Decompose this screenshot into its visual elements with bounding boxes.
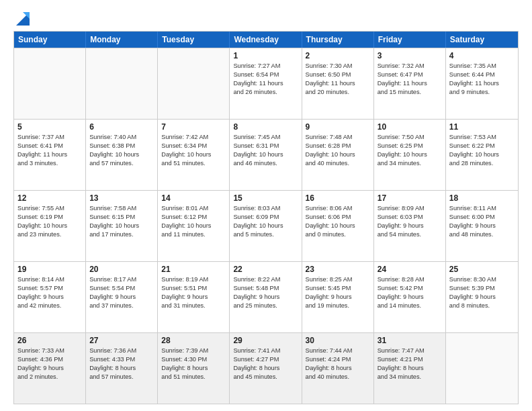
cell-line: Daylight: 8 hours	[161, 364, 226, 373]
day-number: 30	[306, 336, 370, 345]
cal-cell: 13Sunrise: 7:58 AMSunset: 6:15 PMDayligh…	[86, 191, 158, 261]
cal-cell: 5Sunrise: 7:37 AMSunset: 6:41 PMDaylight…	[14, 120, 86, 190]
cell-line: Daylight: 11 hours	[378, 79, 442, 88]
cell-line: Sunset: 4:27 PM	[233, 355, 298, 364]
cell-line: and 34 minutes.	[378, 159, 442, 168]
cell-line: and 54 minutes.	[378, 230, 442, 239]
cell-line: Daylight: 10 hours	[89, 222, 154, 230]
cal-cell: 7Sunrise: 7:42 AMSunset: 6:34 PMDaylight…	[158, 120, 230, 190]
cell-line: and 3 minutes.	[17, 159, 82, 168]
cal-cell: 25Sunrise: 8:30 AMSunset: 5:39 PMDayligh…	[446, 262, 518, 332]
day-number: 9	[306, 122, 370, 132]
cal-cell: 21Sunrise: 8:19 AMSunset: 5:51 PMDayligh…	[158, 262, 230, 332]
cell-line: Sunrise: 7:47 AM	[378, 347, 442, 355]
day-number: 2	[306, 51, 370, 60]
cell-line: Sunrise: 8:17 AM	[89, 275, 154, 284]
cell-line: Daylight: 9 hours	[378, 222, 442, 230]
cell-line: Sunset: 6:19 PM	[17, 213, 82, 222]
day-number: 6	[89, 122, 154, 132]
cell-line: Sunset: 4:33 PM	[89, 355, 154, 364]
cell-line: Daylight: 9 hours	[89, 293, 154, 302]
cal-cell: 29Sunrise: 7:41 AMSunset: 4:27 PMDayligh…	[230, 333, 302, 404]
cell-line: Sunrise: 7:58 AM	[89, 204, 154, 213]
cell-line: Sunset: 4:30 PM	[161, 355, 226, 364]
cell-line: Daylight: 11 hours	[449, 79, 515, 88]
cell-line: and 45 minutes.	[233, 373, 298, 381]
cell-line: Sunset: 6:50 PM	[306, 71, 370, 79]
header	[13, 11, 519, 24]
cal-cell: 8Sunrise: 7:45 AMSunset: 6:31 PMDaylight…	[230, 120, 302, 190]
cal-cell: 1Sunrise: 7:27 AMSunset: 6:54 PMDaylight…	[230, 48, 302, 119]
cell-line: Sunrise: 8:28 AM	[378, 275, 442, 284]
cell-line: Sunrise: 7:44 AM	[306, 347, 370, 355]
cell-line: Daylight: 11 hours	[17, 150, 82, 159]
cell-line: and 15 minutes.	[378, 88, 442, 97]
cell-line: Daylight: 10 hours	[17, 222, 82, 230]
cal-week-5: 26Sunrise: 7:33 AMSunset: 4:36 PMDayligh…	[14, 332, 518, 404]
day-number: 28	[161, 336, 226, 345]
cell-line: Sunset: 6:12 PM	[161, 213, 226, 222]
cell-line: Sunset: 6:09 PM	[233, 213, 298, 222]
cell-line: and 9 minutes.	[449, 88, 515, 97]
cell-line: and 46 minutes.	[233, 159, 298, 168]
logo	[13, 11, 31, 24]
cal-cell: 12Sunrise: 7:55 AMSunset: 6:19 PMDayligh…	[14, 191, 86, 261]
cal-cell: 17Sunrise: 8:09 AMSunset: 6:03 PMDayligh…	[374, 191, 446, 261]
cell-line: Sunset: 6:22 PM	[449, 142, 515, 150]
cell-line: Sunset: 6:44 PM	[449, 71, 515, 79]
cell-line: Daylight: 11 hours	[306, 79, 370, 88]
logo-icon	[15, 8, 31, 27]
day-number: 22	[233, 265, 298, 274]
day-number: 27	[89, 336, 154, 345]
day-number: 3	[378, 51, 442, 60]
calendar: SundayMondayTuesdayWednesdayThursdayFrid…	[13, 31, 519, 404]
cal-header-tuesday: Tuesday	[158, 32, 230, 48]
cell-line: Daylight: 10 hours	[161, 150, 226, 159]
cell-line: and 37 minutes.	[89, 302, 154, 310]
cell-line: Sunrise: 7:55 AM	[17, 204, 82, 213]
day-number: 15	[233, 193, 298, 203]
cell-line: Sunrise: 7:39 AM	[161, 347, 226, 355]
page: SundayMondayTuesdayWednesdayThursdayFrid…	[0, 0, 532, 411]
cell-line: and 5 minutes.	[233, 230, 298, 239]
cell-line: Daylight: 10 hours	[449, 150, 515, 159]
cal-header-monday: Monday	[86, 32, 158, 48]
cal-cell: 22Sunrise: 8:22 AMSunset: 5:48 PMDayligh…	[230, 262, 302, 332]
cell-line: Sunrise: 7:50 AM	[378, 133, 442, 142]
cell-line: and 20 minutes.	[306, 88, 370, 97]
cal-week-2: 5Sunrise: 7:37 AMSunset: 6:41 PMDaylight…	[14, 119, 518, 190]
cell-line: Sunset: 6:28 PM	[306, 142, 370, 150]
cell-line: Sunset: 5:42 PM	[378, 284, 442, 293]
cell-line: Sunset: 6:54 PM	[233, 71, 298, 79]
day-number: 5	[17, 122, 82, 132]
cell-line: Sunset: 5:45 PM	[306, 284, 370, 293]
cell-line: Sunrise: 7:48 AM	[306, 133, 370, 142]
cal-header-thursday: Thursday	[302, 32, 374, 48]
cell-line: Sunset: 5:54 PM	[89, 284, 154, 293]
day-number: 25	[449, 265, 515, 274]
cell-line: Sunset: 4:36 PM	[17, 355, 82, 364]
cell-line: Daylight: 10 hours	[378, 150, 442, 159]
cal-cell: 18Sunrise: 8:11 AMSunset: 6:00 PMDayligh…	[446, 191, 518, 261]
cal-cell: 20Sunrise: 8:17 AMSunset: 5:54 PMDayligh…	[86, 262, 158, 332]
cell-line: Sunrise: 7:35 AM	[449, 62, 515, 71]
cal-cell: 16Sunrise: 8:06 AMSunset: 6:06 PMDayligh…	[302, 191, 374, 261]
cell-line: and 51 minutes.	[161, 159, 226, 168]
cell-line: and 23 minutes.	[17, 230, 82, 239]
cal-cell: 31Sunrise: 7:47 AMSunset: 4:21 PMDayligh…	[374, 333, 446, 404]
day-number: 11	[449, 122, 515, 132]
cell-line: and 57 minutes.	[89, 373, 154, 381]
day-number: 14	[161, 193, 226, 203]
cell-line: Daylight: 10 hours	[306, 150, 370, 159]
cell-line: Sunrise: 7:36 AM	[89, 347, 154, 355]
cal-cell	[86, 48, 158, 119]
day-number: 29	[233, 336, 298, 345]
cell-line: Sunrise: 8:03 AM	[233, 204, 298, 213]
day-number: 23	[306, 265, 370, 274]
cal-week-3: 12Sunrise: 7:55 AMSunset: 6:19 PMDayligh…	[14, 190, 518, 261]
cell-line: and 40 minutes.	[306, 159, 370, 168]
cell-line: Sunrise: 8:14 AM	[17, 275, 82, 284]
cell-line: Sunrise: 8:11 AM	[449, 204, 515, 213]
cell-line: and 51 minutes.	[161, 373, 226, 381]
cal-cell	[446, 333, 518, 404]
